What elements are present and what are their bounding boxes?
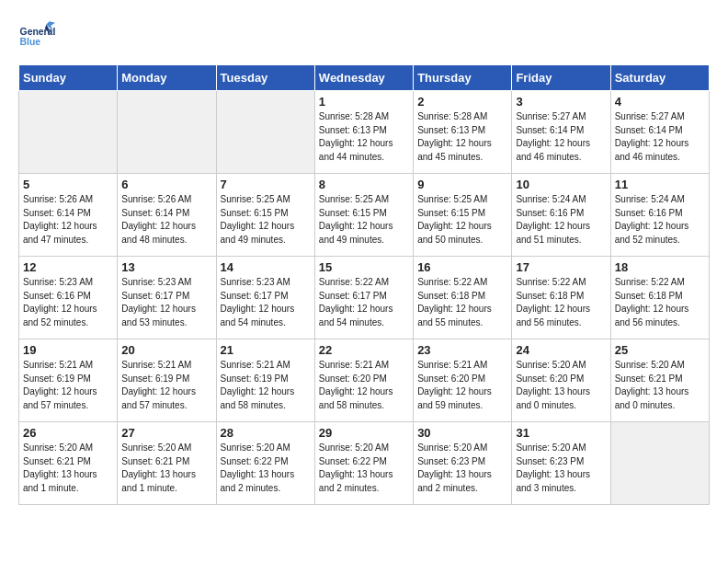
logo-icon: General Blue bbox=[18, 18, 55, 55]
calendar-cell bbox=[118, 91, 216, 174]
calendar-cell: 10Sunrise: 5:24 AM Sunset: 6:16 PM Dayli… bbox=[512, 174, 610, 257]
calendar-cell: 25Sunrise: 5:20 AM Sunset: 6:21 PM Dayli… bbox=[610, 339, 709, 422]
calendar-cell: 12Sunrise: 5:23 AM Sunset: 6:16 PM Dayli… bbox=[19, 257, 118, 339]
calendar-cell bbox=[19, 91, 118, 174]
day-info: Sunrise: 5:24 AM Sunset: 6:16 PM Dayligh… bbox=[516, 193, 606, 247]
day-info: Sunrise: 5:27 AM Sunset: 6:14 PM Dayligh… bbox=[516, 110, 606, 164]
day-number: 6 bbox=[121, 178, 211, 191]
day-number: 15 bbox=[319, 260, 409, 274]
day-number: 24 bbox=[516, 343, 606, 357]
calendar-table: SundayMondayTuesdayWednesdayThursdayFrid… bbox=[18, 64, 710, 505]
calendar-cell: 27Sunrise: 5:20 AM Sunset: 6:21 PM Dayli… bbox=[118, 422, 216, 505]
calendar-cell: 13Sunrise: 5:23 AM Sunset: 6:17 PM Dayli… bbox=[118, 257, 216, 339]
day-info: Sunrise: 5:22 AM Sunset: 6:18 PM Dayligh… bbox=[615, 276, 705, 329]
calendar-cell bbox=[610, 422, 709, 505]
calendar-cell: 16Sunrise: 5:22 AM Sunset: 6:18 PM Dayli… bbox=[414, 257, 512, 339]
day-info: Sunrise: 5:27 AM Sunset: 6:14 PM Dayligh… bbox=[615, 110, 705, 164]
day-info: Sunrise: 5:25 AM Sunset: 6:15 PM Dayligh… bbox=[417, 193, 507, 247]
calendar-cell: 23Sunrise: 5:21 AM Sunset: 6:20 PM Dayli… bbox=[414, 339, 512, 422]
day-number: 22 bbox=[319, 343, 409, 357]
day-info: Sunrise: 5:26 AM Sunset: 6:14 PM Dayligh… bbox=[23, 193, 113, 247]
day-number: 2 bbox=[417, 95, 507, 109]
day-info: Sunrise: 5:28 AM Sunset: 6:13 PM Dayligh… bbox=[417, 110, 507, 164]
calendar-cell: 30Sunrise: 5:20 AM Sunset: 6:23 PM Dayli… bbox=[414, 422, 512, 505]
day-number: 30 bbox=[417, 426, 507, 440]
day-info: Sunrise: 5:21 AM Sunset: 6:19 PM Dayligh… bbox=[23, 359, 113, 412]
column-header-thursday: Thursday bbox=[414, 65, 512, 91]
day-number: 17 bbox=[516, 260, 606, 274]
column-header-tuesday: Tuesday bbox=[216, 65, 314, 91]
day-info: Sunrise: 5:20 AM Sunset: 6:22 PM Dayligh… bbox=[319, 442, 409, 495]
day-info: Sunrise: 5:21 AM Sunset: 6:19 PM Dayligh… bbox=[121, 359, 211, 412]
calendar-week-row: 5Sunrise: 5:26 AM Sunset: 6:14 PM Daylig… bbox=[19, 174, 710, 257]
calendar-cell: 26Sunrise: 5:20 AM Sunset: 6:21 PM Dayli… bbox=[19, 422, 118, 505]
day-number: 23 bbox=[417, 343, 507, 357]
calendar-cell: 3Sunrise: 5:27 AM Sunset: 6:14 PM Daylig… bbox=[512, 91, 610, 174]
day-info: Sunrise: 5:22 AM Sunset: 6:17 PM Dayligh… bbox=[319, 276, 409, 329]
column-header-monday: Monday bbox=[118, 65, 216, 91]
day-info: Sunrise: 5:22 AM Sunset: 6:18 PM Dayligh… bbox=[516, 276, 606, 329]
day-number: 4 bbox=[615, 95, 705, 109]
logo: General Blue bbox=[18, 18, 55, 55]
calendar-cell: 19Sunrise: 5:21 AM Sunset: 6:19 PM Dayli… bbox=[19, 339, 118, 422]
day-number: 11 bbox=[615, 178, 705, 191]
day-number: 20 bbox=[121, 343, 211, 357]
calendar-cell: 15Sunrise: 5:22 AM Sunset: 6:17 PM Dayli… bbox=[314, 257, 413, 339]
calendar-cell: 11Sunrise: 5:24 AM Sunset: 6:16 PM Dayli… bbox=[610, 174, 709, 257]
day-number: 18 bbox=[615, 260, 705, 274]
calendar-cell: 24Sunrise: 5:20 AM Sunset: 6:20 PM Dayli… bbox=[512, 339, 610, 422]
calendar-week-row: 12Sunrise: 5:23 AM Sunset: 6:16 PM Dayli… bbox=[19, 257, 710, 339]
calendar-cell: 1Sunrise: 5:28 AM Sunset: 6:13 PM Daylig… bbox=[314, 91, 413, 174]
calendar-cell: 8Sunrise: 5:25 AM Sunset: 6:15 PM Daylig… bbox=[314, 174, 413, 257]
day-info: Sunrise: 5:20 AM Sunset: 6:21 PM Dayligh… bbox=[23, 442, 113, 495]
calendar-cell: 31Sunrise: 5:20 AM Sunset: 6:23 PM Dayli… bbox=[512, 422, 610, 505]
day-info: Sunrise: 5:21 AM Sunset: 6:20 PM Dayligh… bbox=[417, 359, 507, 412]
day-info: Sunrise: 5:23 AM Sunset: 6:17 PM Dayligh… bbox=[221, 276, 311, 329]
day-number: 27 bbox=[121, 426, 211, 440]
day-info: Sunrise: 5:20 AM Sunset: 6:21 PM Dayligh… bbox=[615, 359, 705, 412]
column-header-friday: Friday bbox=[512, 65, 610, 91]
day-number: 3 bbox=[516, 95, 606, 109]
day-info: Sunrise: 5:20 AM Sunset: 6:23 PM Dayligh… bbox=[417, 442, 507, 495]
day-info: Sunrise: 5:20 AM Sunset: 6:21 PM Dayligh… bbox=[121, 442, 211, 495]
svg-text:General: General bbox=[20, 27, 55, 37]
day-info: Sunrise: 5:20 AM Sunset: 6:20 PM Dayligh… bbox=[516, 359, 606, 412]
page-header: General Blue bbox=[18, 18, 710, 55]
calendar-cell: 18Sunrise: 5:22 AM Sunset: 6:18 PM Dayli… bbox=[610, 257, 709, 339]
day-info: Sunrise: 5:23 AM Sunset: 6:16 PM Dayligh… bbox=[23, 276, 113, 329]
calendar-cell: 29Sunrise: 5:20 AM Sunset: 6:22 PM Dayli… bbox=[314, 422, 413, 505]
day-number: 13 bbox=[121, 260, 211, 274]
calendar-cell bbox=[216, 91, 314, 174]
day-number: 8 bbox=[319, 178, 409, 191]
calendar-week-row: 1Sunrise: 5:28 AM Sunset: 6:13 PM Daylig… bbox=[19, 91, 710, 174]
column-header-sunday: Sunday bbox=[19, 65, 118, 91]
day-number: 29 bbox=[319, 426, 409, 440]
day-number: 14 bbox=[221, 260, 311, 274]
calendar-week-row: 26Sunrise: 5:20 AM Sunset: 6:21 PM Dayli… bbox=[19, 422, 710, 505]
day-info: Sunrise: 5:20 AM Sunset: 6:22 PM Dayligh… bbox=[221, 442, 311, 495]
day-number: 26 bbox=[23, 426, 113, 440]
day-number: 12 bbox=[23, 260, 113, 274]
day-number: 9 bbox=[417, 178, 507, 191]
day-number: 7 bbox=[221, 178, 311, 191]
calendar-header-row: SundayMondayTuesdayWednesdayThursdayFrid… bbox=[19, 65, 710, 91]
column-header-wednesday: Wednesday bbox=[314, 65, 413, 91]
calendar-cell: 2Sunrise: 5:28 AM Sunset: 6:13 PM Daylig… bbox=[414, 91, 512, 174]
day-number: 19 bbox=[23, 343, 113, 357]
day-info: Sunrise: 5:24 AM Sunset: 6:16 PM Dayligh… bbox=[615, 193, 705, 247]
svg-text:Blue: Blue bbox=[20, 37, 41, 47]
day-number: 25 bbox=[615, 343, 705, 357]
day-info: Sunrise: 5:23 AM Sunset: 6:17 PM Dayligh… bbox=[121, 276, 211, 329]
day-number: 1 bbox=[319, 95, 409, 109]
calendar-cell: 14Sunrise: 5:23 AM Sunset: 6:17 PM Dayli… bbox=[216, 257, 314, 339]
calendar-cell: 28Sunrise: 5:20 AM Sunset: 6:22 PM Dayli… bbox=[216, 422, 314, 505]
day-number: 28 bbox=[221, 426, 311, 440]
day-info: Sunrise: 5:26 AM Sunset: 6:14 PM Dayligh… bbox=[121, 193, 211, 247]
calendar-cell: 4Sunrise: 5:27 AM Sunset: 6:14 PM Daylig… bbox=[610, 91, 709, 174]
calendar-cell: 5Sunrise: 5:26 AM Sunset: 6:14 PM Daylig… bbox=[19, 174, 118, 257]
calendar-week-row: 19Sunrise: 5:21 AM Sunset: 6:19 PM Dayli… bbox=[19, 339, 710, 422]
day-number: 21 bbox=[221, 343, 311, 357]
day-info: Sunrise: 5:20 AM Sunset: 6:23 PM Dayligh… bbox=[516, 442, 606, 495]
day-info: Sunrise: 5:22 AM Sunset: 6:18 PM Dayligh… bbox=[417, 276, 507, 329]
calendar-cell: 21Sunrise: 5:21 AM Sunset: 6:19 PM Dayli… bbox=[216, 339, 314, 422]
